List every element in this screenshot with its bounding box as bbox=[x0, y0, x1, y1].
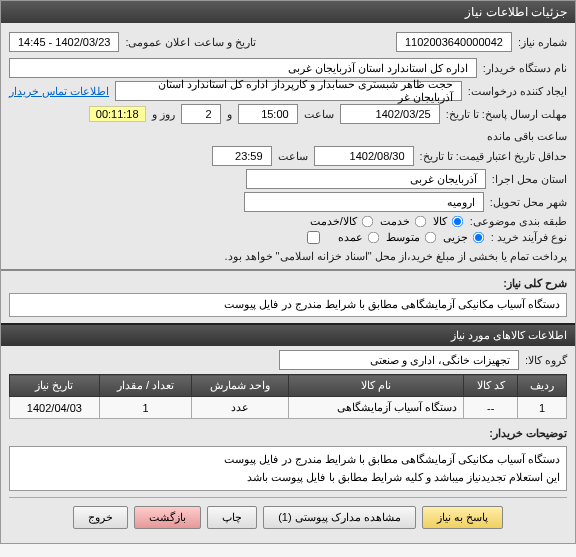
main-content: شماره نیاز: 1102003640000042 تاریخ و ساع… bbox=[1, 23, 575, 543]
buyer-notes-box: دستگاه آسیاب مکانیکی آزمایشگاهی مطابق با… bbox=[9, 446, 567, 491]
label-remaining: ساعت باقی مانده bbox=[487, 130, 567, 143]
validity-time: 23:59 bbox=[212, 146, 272, 166]
th-code: کد کالا bbox=[464, 375, 518, 397]
radio-major[interactable]: عمده bbox=[338, 231, 380, 244]
label-general-desc: شرح کلی نیاز: bbox=[503, 277, 567, 290]
radio-partial-label: جزیی bbox=[443, 231, 468, 244]
province-value: آذربایجان غربی bbox=[246, 169, 486, 189]
radio-kala-khedmat-label: کالا/خدمت bbox=[310, 215, 357, 228]
radio-kala[interactable]: کالا bbox=[433, 215, 464, 228]
table-row[interactable]: 1 -- دستگاه آسیاب آزمایشگاهی عدد 1 1402/… bbox=[10, 397, 567, 419]
label-deadline: مهلت ارسال پاسخ: تا تاریخ: bbox=[446, 108, 567, 121]
radio-khedmat-input[interactable] bbox=[414, 216, 426, 228]
cell-unit: عدد bbox=[192, 397, 288, 419]
button-bar: پاسخ به نیاز مشاهده مدارک پیوستی (1) چاپ… bbox=[9, 497, 567, 537]
label-announce-date: تاریخ و ساعت اعلان عمومی: bbox=[125, 36, 255, 49]
label-validity: حداقل تاریخ اعتبار قیمت: تا تاریخ: bbox=[420, 150, 567, 163]
radio-major-input[interactable] bbox=[367, 232, 379, 244]
items-table: ردیف کد کالا نام کالا واحد شمارش تعداد /… bbox=[9, 374, 567, 419]
radio-kala-input[interactable] bbox=[451, 216, 463, 228]
cell-date: 1402/04/03 bbox=[10, 397, 100, 419]
label-buyer-name: نام دستگاه خریدار: bbox=[483, 62, 567, 75]
buyer-name-value: اداره کل استاندارد استان آذربایجان غربی bbox=[9, 58, 477, 78]
radio-kala-label: کالا bbox=[433, 215, 447, 228]
back-button[interactable]: بازگشت bbox=[134, 506, 201, 529]
th-date: تاریخ نیاز bbox=[10, 375, 100, 397]
payment-note: پرداخت تمام یا بخشی از مبلغ خرید،از محل … bbox=[224, 250, 567, 263]
title-bar: جزئیات اطلاعات نیاز bbox=[1, 1, 575, 23]
city-value: ارومیه bbox=[244, 192, 484, 212]
deadline-time: 15:00 bbox=[238, 104, 298, 124]
respond-button[interactable]: پاسخ به نیاز bbox=[422, 506, 503, 529]
cell-code: -- bbox=[464, 397, 518, 419]
radio-medium[interactable]: متوسط bbox=[386, 231, 437, 244]
table-header-row: ردیف کد کالا نام کالا واحد شمارش تعداد /… bbox=[10, 375, 567, 397]
radio-khedmat-label: خدمت bbox=[380, 215, 410, 228]
th-name: نام کالا bbox=[288, 375, 464, 397]
general-desc-box: دستگاه آسیاب مکانیکی آزمایشگاهی مطابق با… bbox=[9, 293, 567, 317]
th-qty: تعداد / مقدار bbox=[99, 375, 192, 397]
radio-medium-input[interactable] bbox=[424, 232, 436, 244]
section-items-title: اطلاعات کالاهای مورد نیاز bbox=[1, 323, 575, 346]
label-saat2: ساعت bbox=[278, 150, 308, 163]
req-no-value: 1102003640000042 bbox=[396, 32, 512, 52]
window-title: جزئیات اطلاعات نیاز bbox=[465, 5, 567, 19]
th-unit: واحد شمارش bbox=[192, 375, 288, 397]
payment-checkbox[interactable] bbox=[307, 231, 320, 244]
radio-khedmat[interactable]: خدمت bbox=[380, 215, 427, 228]
validity-date: 1402/08/30 bbox=[314, 146, 414, 166]
th-row: ردیف bbox=[518, 375, 567, 397]
label-item-group: گروه کالا: bbox=[525, 354, 567, 367]
radio-medium-label: متوسط bbox=[386, 231, 420, 244]
attachments-button[interactable]: مشاهده مدارک پیوستی (1) bbox=[263, 506, 416, 529]
radio-major-label: عمده bbox=[338, 231, 363, 244]
label-va: و bbox=[227, 108, 232, 121]
label-purchase-type: نوع فرآیند خرید : bbox=[491, 231, 567, 244]
radio-partial-input[interactable] bbox=[472, 232, 484, 244]
cell-qty: 1 bbox=[99, 397, 192, 419]
deadline-date: 1402/03/25 bbox=[340, 104, 440, 124]
remaining-days: 2 bbox=[181, 104, 221, 124]
cell-name: دستگاه آسیاب آزمایشگاهی bbox=[288, 397, 464, 419]
window: جزئیات اطلاعات نیاز شماره نیاز: 11020036… bbox=[0, 0, 576, 544]
print-button[interactable]: چاپ bbox=[207, 506, 257, 529]
radio-kala-khedmat[interactable]: کالا/خدمت bbox=[310, 215, 374, 228]
label-saat1: ساعت bbox=[304, 108, 334, 121]
exit-button[interactable]: خروج bbox=[73, 506, 128, 529]
radio-partial[interactable]: جزیی bbox=[443, 231, 485, 244]
item-group-value: تجهیزات خانگی، اداری و صنعتی bbox=[279, 350, 519, 370]
label-req-no: شماره نیاز: bbox=[518, 36, 567, 49]
label-requester: ایجاد کننده درخواست: bbox=[468, 85, 567, 98]
label-rooz-va: روز و bbox=[152, 108, 175, 121]
label-city: شهر محل تحویل: bbox=[490, 196, 567, 209]
contact-info-link[interactable]: اطلاعات تماس خریدار bbox=[9, 85, 109, 98]
remaining-time: 00:11:18 bbox=[89, 106, 146, 122]
requester-value: حجت ظاهر شبستری حسابدار و کارپرداز اداره… bbox=[115, 81, 462, 101]
label-province: استان محل اجرا: bbox=[492, 173, 567, 186]
label-buyer-notes: توضیحات خریدار: bbox=[489, 427, 567, 440]
separator bbox=[1, 269, 575, 271]
cell-row: 1 bbox=[518, 397, 567, 419]
announce-date-value: 1402/03/23 - 14:45 bbox=[9, 32, 119, 52]
label-category: طبقه بندی موضوعی: bbox=[470, 215, 567, 228]
radio-kala-khedmat-input[interactable] bbox=[361, 216, 373, 228]
